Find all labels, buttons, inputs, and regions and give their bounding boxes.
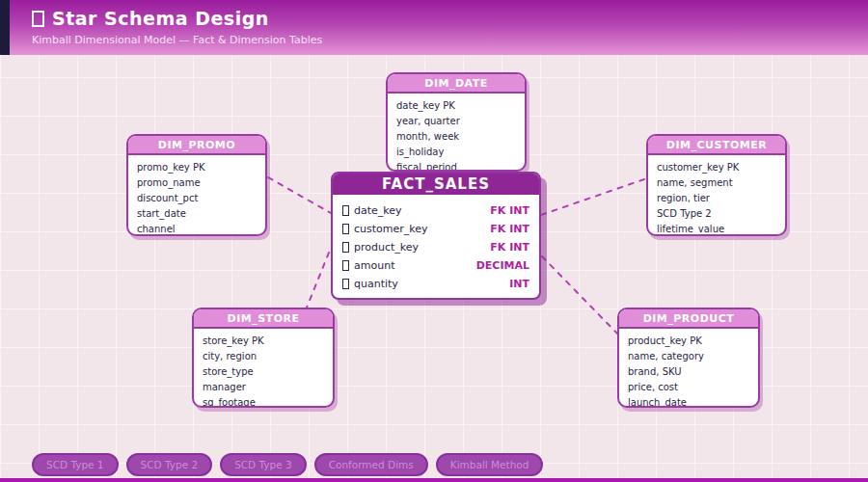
table-field: city, region (203, 349, 324, 364)
header-accent-strip (0, 0, 10, 55)
dim-customer-title: DIM_CUSTOMER (648, 136, 785, 155)
key-icon (342, 279, 349, 289)
field-type: FK INT (490, 223, 529, 235)
table-field: SCD Type 2 (657, 206, 776, 222)
dim-product-title: DIM_PRODUCT (619, 309, 758, 329)
badge-scd-type-1[interactable]: SCD Type 1 (32, 453, 119, 476)
table-field: launch_date (628, 395, 749, 408)
table-field: sq_footage (203, 395, 324, 408)
field-name-text: product_key (354, 241, 419, 254)
key-icon (342, 260, 349, 271)
field-name: customer_key (342, 223, 428, 235)
table-field: price, cost (628, 380, 749, 395)
dim-customer-table[interactable]: DIM_CUSTOMER customer_key PK name, segme… (646, 134, 787, 236)
dim-product-body: product_key PK name, category brand, SKU… (619, 329, 758, 408)
badge-scd-type-2[interactable]: SCD Type 2 (126, 453, 213, 476)
table-field: name, segment (657, 175, 776, 191)
table-field: is_holiday (396, 145, 516, 160)
field-name: quantity (342, 278, 398, 290)
table-field: product_key PK (628, 334, 749, 349)
page-title-text: Star Schema Design (52, 8, 269, 29)
table-field: promo_key PK (137, 160, 257, 175)
field-name-text: date_key (354, 204, 402, 217)
header-banner: Star Schema Design Kimball Dimensional M… (0, 0, 868, 55)
dim-promo-title: DIM_PROMO (128, 136, 265, 155)
table-field: store_key PK (203, 334, 324, 349)
table-field: date_key PK (396, 98, 516, 114)
table-field: channel (137, 222, 257, 236)
page-subtitle: Kimball Dimensional Model — Fact & Dimen… (32, 34, 322, 46)
field-name-text: quantity (354, 278, 398, 290)
field-type: FK INT (490, 204, 529, 217)
table-field: store_type (203, 364, 324, 380)
table-field: fiscal_period (396, 160, 516, 172)
table-field: brand, SKU (628, 364, 749, 380)
table-row: date_key FK INT (342, 201, 529, 220)
fact-sales-body: date_key FK INT customer_key FK INT prod… (333, 195, 539, 293)
field-name-text: amount (354, 259, 394, 272)
field-type: FK INT (490, 241, 529, 254)
dim-date-table[interactable]: DIM_DATE date_key PK year, quarter month… (386, 72, 527, 172)
table-field: region, tier (657, 191, 776, 206)
field-type: INT (509, 278, 529, 290)
page-title: Star Schema Design (32, 8, 269, 29)
diagram-canvas: Star Schema Design Kimball Dimensional M… (0, 0, 868, 482)
connector-product-fact (542, 256, 618, 335)
field-name: product_key (342, 241, 419, 254)
connector-promo-fact (268, 177, 331, 213)
table-row: customer_key FK INT (342, 220, 529, 238)
key-icon (342, 205, 349, 216)
dim-date-title: DIM_DATE (388, 74, 525, 94)
field-name: amount (342, 259, 394, 272)
star-icon (32, 11, 44, 27)
fact-sales-table[interactable]: FACT_SALES date_key FK INT customer_key … (331, 172, 541, 300)
table-field: month, week (396, 129, 516, 145)
dim-product-table[interactable]: DIM_PRODUCT product_key PK name, categor… (617, 308, 760, 408)
table-field: customer_key PK (657, 160, 776, 175)
table-field: promo_name (137, 175, 257, 191)
table-row: product_key FK INT (342, 238, 529, 256)
connector-store-fact (307, 253, 329, 308)
table-field: year, quarter (396, 114, 516, 129)
table-field: manager (203, 380, 324, 395)
badge-kimball-method[interactable]: Kimball Method (436, 453, 544, 476)
key-icon (342, 242, 349, 253)
badge-row: SCD Type 1 SCD Type 2 SCD Type 3 Conform… (32, 453, 543, 476)
table-field: lifetime_value (657, 222, 776, 236)
fact-sales-title: FACT_SALES (333, 174, 539, 195)
dim-date-body: date_key PK year, quarter month, week is… (388, 94, 525, 172)
dim-store-table[interactable]: DIM_STORE store_key PK city, region stor… (192, 308, 335, 408)
connector-customer-fact (541, 179, 644, 215)
dim-promo-body: promo_key PK promo_name discount_pct sta… (128, 155, 265, 236)
dim-customer-body: customer_key PK name, segment region, ti… (648, 155, 785, 236)
dim-store-body: store_key PK city, region store_type man… (194, 329, 333, 408)
key-icon (342, 224, 349, 234)
table-row: amount DECIMAL (342, 256, 529, 275)
badge-conformed-dims[interactable]: Conformed Dims (314, 453, 428, 476)
badge-scd-type-3[interactable]: SCD Type 3 (220, 453, 307, 476)
bottom-accent-strip (0, 478, 868, 482)
dim-promo-table[interactable]: DIM_PROMO promo_key PK promo_name discou… (126, 134, 267, 236)
table-field: name, category (628, 349, 749, 364)
table-row: quantity INT (342, 275, 529, 293)
dim-store-title: DIM_STORE (194, 309, 333, 329)
field-name: date_key (342, 204, 402, 217)
field-name-text: customer_key (354, 223, 428, 235)
table-field: discount_pct (137, 191, 257, 206)
table-field: start_date (137, 206, 257, 222)
field-type: DECIMAL (476, 259, 529, 272)
